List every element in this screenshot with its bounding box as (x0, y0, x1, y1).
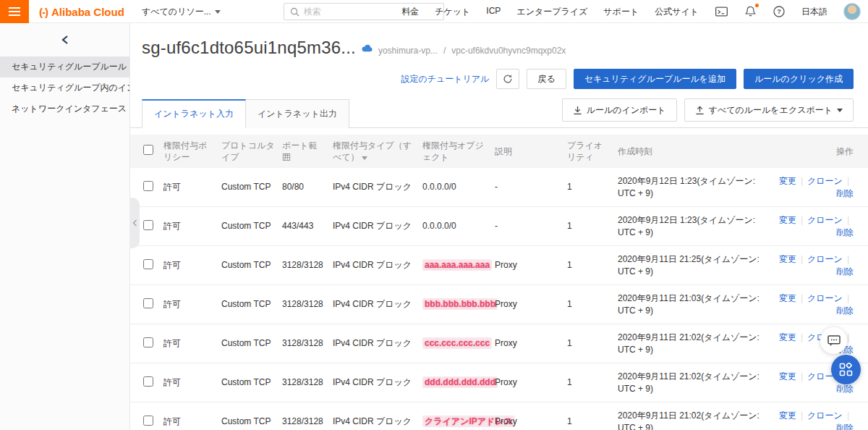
action-clone-link[interactable]: クローン (807, 176, 843, 186)
action-delete-link[interactable]: 削除 (836, 188, 854, 198)
cell-value: 3128/3128 (282, 416, 323, 426)
topbar-menu-item[interactable]: 公式サイト (655, 6, 699, 18)
hamburger-menu-button[interactable] (0, 0, 29, 23)
column-header-label: 説明 (495, 146, 512, 156)
cell-actions: 変更|クローン|削除 (770, 175, 854, 200)
resource-group-selector[interactable]: すべてのリソー... (142, 0, 221, 23)
cell-port: 3128/3128 (282, 416, 333, 428)
notifications-bell-icon[interactable] (744, 5, 757, 18)
cell-value: 2020年9月11日 21:02(タイムゾーン: UTC + 9) (618, 410, 760, 430)
action-delete-link[interactable]: 削除 (836, 384, 854, 394)
cell-description: Proxy (495, 337, 567, 350)
refresh-button[interactable] (496, 69, 519, 89)
topbar-menu-item[interactable]: エンタープライズ (516, 6, 587, 18)
cell-description: Proxy (495, 298, 567, 311)
sidebar-item[interactable]: ネットワークインタフェース (0, 98, 129, 119)
export-rules-button[interactable]: すべてのルールをエクスポート (684, 98, 854, 122)
sidebar-back-button[interactable] (0, 23, 129, 56)
sidebar-item[interactable]: セキュリティグループルール (0, 56, 129, 77)
select-all-checkbox[interactable] (143, 145, 153, 155)
cell-value: 許可 (163, 416, 181, 426)
back-button[interactable]: 戻る (527, 69, 566, 89)
column-header: 権限付与ポリシー (163, 140, 221, 163)
language-selector[interactable]: 日本語 (801, 6, 827, 18)
quick-create-rule-button[interactable]: ルールのクリック作成 (744, 69, 854, 89)
help-icon[interactable]: ? (773, 5, 786, 18)
rule-tools: ルールのインポート すべてのルールをエクスポート (562, 98, 854, 127)
row-checkbox[interactable] (143, 181, 153, 191)
action-clone-link[interactable]: クローン (807, 215, 843, 225)
page-header: sg-uf6c1dto65ui1nq5m36... yoshimura-vp..… (130, 23, 868, 58)
action-delete-link[interactable]: 削除 (836, 266, 854, 277)
action-modify-link[interactable]: 変更 (779, 410, 796, 421)
breadcrumb-vpc-name[interactable]: yoshimura-vp... (378, 46, 438, 56)
topbar-menu-item[interactable]: チケット (435, 6, 470, 18)
cell-object: aaa.aaa.aaa.aaa (422, 259, 495, 271)
cell-value: 許可 (163, 221, 181, 231)
topbar-menu-item[interactable]: サポート (603, 6, 639, 18)
cell-value: 1 (567, 338, 572, 348)
column-header: ポート範囲 (282, 140, 333, 163)
action-modify-link[interactable]: 変更 (779, 254, 796, 264)
topbar-menu-item[interactable]: 料金 (401, 6, 419, 18)
row-checkbox[interactable] (143, 376, 153, 387)
action-modify-link[interactable]: 変更 (779, 176, 796, 186)
row-checkbox[interactable] (143, 259, 153, 269)
column-header-label: プロトコルタイプ (221, 140, 275, 162)
action-clone-link[interactable]: クローン (807, 293, 843, 303)
cell-created: 2020年9月11日 21:02(タイムゾーン: UTC + 9) (618, 410, 770, 430)
cell-grant-type: IPv4 CIDR ブロック (333, 259, 422, 271)
add-security-group-rule-button[interactable]: セキュリティグループルールを追加 (574, 69, 736, 89)
redacted-value: aaa.aaa.aaa.aaa (422, 259, 492, 271)
action-delete-link[interactable]: 削除 (836, 423, 854, 430)
action-clone-link[interactable]: クローン (807, 410, 843, 421)
action-modify-link[interactable]: 変更 (779, 215, 796, 225)
cell-priority: 1 (567, 376, 618, 389)
sidebar-collapse-handle[interactable] (129, 198, 140, 248)
breadcrumb-vpc-id[interactable]: vpc-uf6kdvu0hyvnc9mqxp02x (451, 46, 566, 56)
cell-protocol: Custom TCP (221, 416, 282, 428)
cell-port: 80/80 (282, 181, 333, 193)
user-avatar[interactable] (843, 3, 861, 20)
tab[interactable]: イントラネット入力 (142, 99, 246, 128)
tab[interactable]: イントラネット出力 (246, 99, 349, 128)
action-modify-link[interactable]: 変更 (779, 293, 796, 303)
cell-value: Proxy (495, 338, 517, 348)
cell-value: Custom TCP (221, 338, 271, 348)
row-checkbox[interactable] (143, 220, 153, 230)
upload-icon (695, 106, 705, 115)
feedback-chat-button[interactable] (820, 327, 847, 354)
cell-value: Proxy (495, 260, 517, 270)
row-checkbox[interactable] (143, 298, 153, 308)
action-clone-link[interactable]: クローン (807, 254, 843, 264)
cell-value: IPv4 CIDR ブロック (333, 299, 412, 309)
mini-apps-button[interactable] (831, 355, 861, 384)
cell-value: 許可 (163, 260, 181, 270)
tutorial-link[interactable]: 設定のチュートリアル (401, 73, 489, 85)
cell-description: Proxy (495, 259, 567, 271)
cell-value: 許可 (163, 299, 181, 309)
action-modify-link[interactable]: 変更 (779, 371, 796, 381)
export-rules-label: すべてのルールをエクスポート (709, 104, 833, 117)
alibaba-cloud-logo[interactable]: (-) Alibaba Cloud (39, 0, 124, 23)
cell-actions: 変更|クローン|削除 (770, 214, 854, 239)
console-terminal-icon[interactable] (715, 5, 728, 18)
action-modify-link[interactable]: 変更 (779, 332, 796, 342)
rule-row: 許可Custom TCP3128/3128IPv4 CIDR ブロックddd.d… (130, 363, 868, 402)
cell-value: 許可 (163, 377, 181, 387)
action-separator: | (847, 410, 849, 421)
redacted-value: ddd.ddd.ddd.ddd (422, 376, 498, 388)
action-delete-link[interactable]: 削除 (836, 305, 854, 316)
row-checkbox[interactable] (143, 416, 153, 426)
column-header-label: プライオリティ (567, 140, 603, 162)
cell-policy: 許可 (163, 337, 221, 350)
cell-description: - (495, 181, 567, 193)
row-checkbox[interactable] (143, 337, 153, 347)
topbar-menu-item[interactable]: ICP (486, 6, 501, 18)
action-delete-link[interactable]: 削除 (836, 227, 854, 237)
sidebar-item[interactable]: セキュリティグループ内のインスタンス (0, 77, 129, 98)
notification-dot (755, 4, 759, 7)
import-rules-button[interactable]: ルールのインポート (562, 98, 677, 122)
cell-value: Proxy (495, 377, 517, 387)
filter-caret-icon[interactable] (362, 156, 367, 160)
